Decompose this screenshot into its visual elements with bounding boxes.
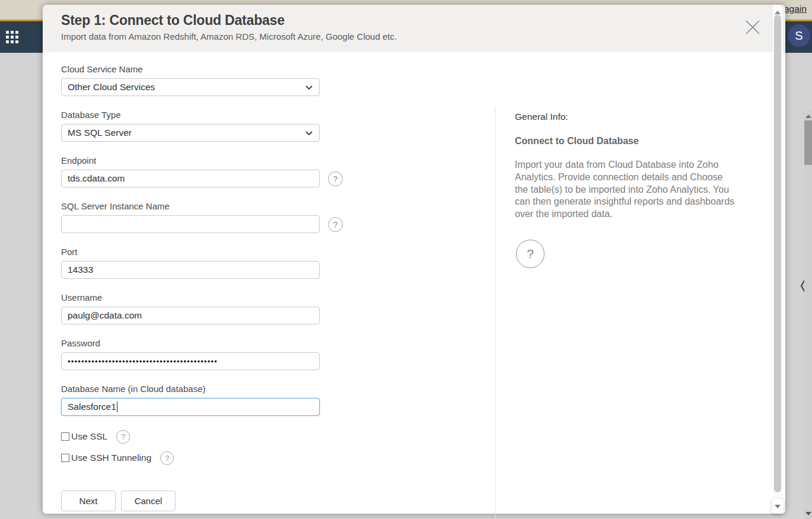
use-ssh-help-icon[interactable]: ? [160, 451, 174, 465]
scroll-up-icon[interactable] [805, 114, 811, 118]
endpoint-help-icon[interactable]: ? [328, 171, 343, 186]
field-database-type: Database Type MS SQL Server [61, 110, 320, 142]
field-username: Username paulg@cdata.com [61, 292, 320, 324]
page-scrollbar[interactable] [804, 110, 812, 519]
dialog-actions: Next Cancel [61, 491, 320, 511]
database-type-label: Database Type [61, 110, 320, 121]
field-database-name: Database Name (in Cloud database) Salesf… [61, 384, 320, 416]
app-grid-icon[interactable] [6, 31, 18, 43]
general-info-help-icon[interactable]: ? [516, 240, 544, 268]
field-password: Password •••••••••••••••••••••••••••••••… [61, 338, 320, 370]
database-name-input[interactable]: Salesforce1 [61, 398, 320, 416]
panel-divider [495, 107, 496, 519]
sql-instance-name-label: SQL Server Instance Name [61, 201, 320, 212]
field-cloud-service-name: Cloud Service Name Other Cloud Services [61, 64, 320, 96]
dialog-scrollbar[interactable] [773, 5, 782, 514]
database-type-value: MS SQL Server [68, 128, 132, 138]
endpoint-input[interactable]: tds.cdata.com [61, 170, 320, 187]
sql-instance-name-input[interactable] [61, 215, 320, 233]
field-port: Port 14333 [61, 247, 320, 279]
general-info-subheading: Connect to Cloud Database [515, 136, 753, 147]
port-label: Port [61, 247, 320, 258]
scroll-down-icon[interactable] [805, 512, 811, 515]
general-info-body: Import your data from Cloud Database int… [515, 159, 753, 221]
scroll-down-icon [775, 505, 781, 508]
close-icon[interactable] [745, 20, 760, 35]
general-info-panel: General Info: Connect to Cloud Database … [515, 112, 753, 268]
dialog-subtitle: Import data from Amazon Redshift, Amazon… [61, 31, 785, 42]
text-caret [117, 402, 117, 412]
chevron-down-icon [305, 82, 313, 93]
password-label: Password [61, 338, 320, 349]
use-ssl-row: Use SSL ? [61, 431, 320, 442]
database-name-value: Salesforce1 [68, 402, 116, 412]
username-input[interactable]: paulg@cdata.com [61, 307, 320, 324]
avatar[interactable]: S [788, 24, 810, 47]
username-label: Username [61, 292, 320, 304]
use-ssh-checkbox[interactable] [61, 454, 69, 462]
use-ssh-label: Use SSH Tunneling [71, 453, 151, 463]
again-link[interactable]: again [784, 4, 807, 14]
sql-instance-help-icon[interactable]: ? [328, 217, 343, 232]
field-endpoint: Endpoint tds.cdata.com ? [61, 155, 320, 187]
cloud-service-name-value: Other Cloud Services [68, 82, 155, 93]
connect-cloud-database-dialog: Step 1: Connect to Cloud Database Import… [43, 5, 785, 514]
scroll-down-button[interactable] [772, 498, 784, 514]
database-name-label: Database Name (in Cloud database) [61, 384, 320, 395]
use-ssl-checkbox[interactable] [61, 432, 69, 441]
use-ssh-row: Use SSH Tunneling ? [61, 453, 320, 463]
page-scrollbar-thumb[interactable] [804, 120, 812, 165]
cancel-button[interactable]: Cancel [121, 491, 176, 511]
dialog-body: Cloud Service Name Other Cloud Services … [43, 52, 785, 511]
dialog-title: Step 1: Connect to Cloud Database [61, 12, 785, 28]
avatar-initial: S [795, 29, 803, 43]
use-ssl-label: Use SSL [71, 431, 107, 442]
port-input[interactable]: 14333 [61, 261, 320, 279]
next-button[interactable]: Next [61, 491, 116, 511]
chevron-down-icon [305, 128, 313, 138]
endpoint-label: Endpoint [61, 155, 320, 167]
cloud-service-name-select[interactable]: Other Cloud Services [61, 78, 320, 96]
cloud-service-name-label: Cloud Service Name [61, 64, 320, 75]
connection-form: Cloud Service Name Other Cloud Services … [61, 64, 320, 511]
dialog-header: Step 1: Connect to Cloud Database Import… [43, 5, 785, 52]
database-type-select[interactable]: MS SQL Server [61, 124, 320, 142]
general-info-heading: General Info: [515, 112, 753, 122]
scroll-up-icon[interactable] [775, 11, 781, 14]
use-ssl-help-icon[interactable]: ? [116, 430, 130, 444]
field-sql-instance-name: SQL Server Instance Name ? [61, 201, 320, 233]
dialog-scrollbar-thumb[interactable] [774, 15, 781, 492]
password-input[interactable]: ••••••••••••••••••••••••••••••••••••••••… [61, 352, 320, 370]
